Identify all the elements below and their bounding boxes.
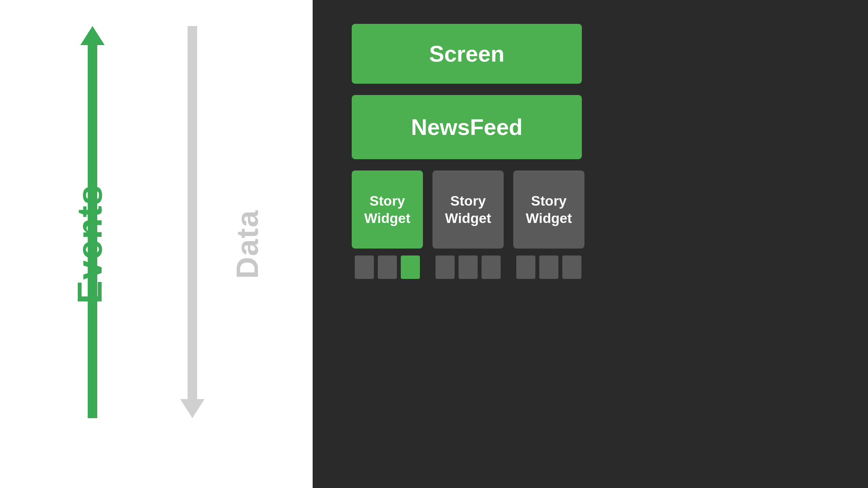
sub-item-1-2 [378,255,397,279]
sub-group-1 [352,255,423,279]
sub-group-2 [432,255,504,279]
right-panel-inner: Screen NewsFeed StoryWidget StoryWidget [352,24,842,279]
sub-items-row [352,255,842,279]
story-widget-1: StoryWidget [352,170,423,249]
screen-label: Screen [429,41,504,67]
story-widget-3-label: StoryWidget [526,192,572,227]
newsfeed-block: NewsFeed [352,95,582,159]
events-arrow-line [88,45,97,418]
sub-group-3 [513,255,584,279]
data-arrowhead [180,399,205,418]
left-panel: Events Data [0,0,313,488]
data-label: Data [230,210,265,279]
sub-item-3-1 [516,255,535,279]
events-arrow [80,26,105,418]
top-blocks: Screen NewsFeed [352,24,842,159]
story-widget-2-label: StoryWidget [445,192,491,227]
sub-item-3-3 [562,255,581,279]
sub-item-2-1 [436,255,455,279]
story-widget-2: StoryWidget [432,170,504,249]
bottom-section: StoryWidget StoryWidget StoryWidget [352,170,842,279]
newsfeed-label: NewsFeed [411,114,522,140]
data-arrow-line [188,26,197,399]
right-panel: Screen NewsFeed StoryWidget StoryWidget [313,0,868,488]
sub-item-3-2 [539,255,558,279]
story-widget-1-label: StoryWidget [364,192,410,227]
data-arrow [180,26,205,418]
screen-block: Screen [352,24,582,84]
events-arrowhead [80,26,105,45]
sub-item-2-2 [459,255,478,279]
sub-item-1-3 [401,255,420,279]
story-widgets-row: StoryWidget StoryWidget StoryWidget [352,170,842,249]
story-widget-3: StoryWidget [513,170,584,249]
sub-item-1-1 [355,255,374,279]
main-container: Events Data Screen NewsFeed [0,0,868,488]
sub-item-2-3 [482,255,501,279]
